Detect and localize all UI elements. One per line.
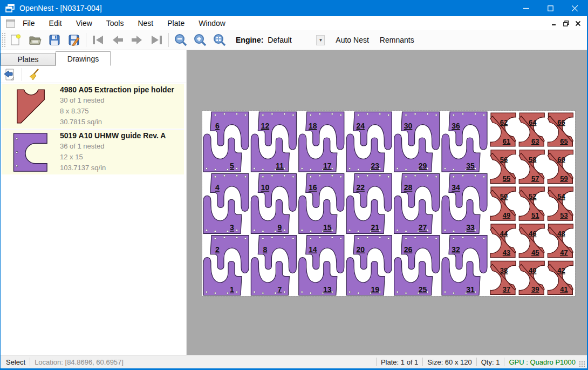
auto-nest-button[interactable]: Auto Nest bbox=[330, 36, 374, 44]
menu-nest[interactable]: Nest bbox=[131, 17, 160, 30]
new-button[interactable] bbox=[6, 31, 25, 49]
menu-window[interactable]: Window bbox=[192, 17, 232, 30]
pilot-hole bbox=[331, 167, 333, 169]
pilot-hole bbox=[227, 292, 228, 294]
drawing-item-uhmw-guide[interactable]: 5019 A10 UHMW guide Rev. A 36 of 1 neste… bbox=[2, 130, 184, 174]
previous-plate-button[interactable] bbox=[108, 31, 127, 49]
toolbar-separator bbox=[168, 33, 169, 47]
part-number: 29 bbox=[419, 162, 427, 170]
tab-drawings[interactable]: Drawings bbox=[56, 51, 111, 66]
child-restore-button[interactable] bbox=[560, 18, 572, 29]
child-minimize-button[interactable] bbox=[548, 18, 560, 29]
part-number: 49 bbox=[503, 211, 510, 219]
pilot-hole bbox=[462, 175, 463, 177]
pilot-hole bbox=[206, 167, 207, 169]
pilot-hole bbox=[284, 230, 285, 231]
menu-bar: File Edit View Tools Nest Plate Window bbox=[1, 16, 587, 30]
pilot-hole bbox=[262, 292, 264, 294]
child-close-button[interactable] bbox=[572, 18, 584, 29]
maximize-button[interactable] bbox=[538, 0, 563, 16]
pilot-hole bbox=[367, 113, 368, 115]
close-button[interactable] bbox=[563, 0, 587, 16]
pilot-hole bbox=[388, 114, 389, 116]
status-gpu: GPU : Quadro P1000 bbox=[509, 358, 576, 366]
menu-edit[interactable]: Edit bbox=[43, 17, 69, 30]
open-button[interactable] bbox=[25, 31, 45, 49]
pilot-hole bbox=[453, 176, 454, 178]
clean-drawings-button[interactable] bbox=[25, 66, 43, 83]
plate-sheet[interactable]: 6512111817242330293635431091615222128273… bbox=[202, 111, 575, 296]
menu-plate[interactable]: Plate bbox=[161, 17, 191, 30]
pilot-hole bbox=[262, 114, 264, 116]
pilot-hole bbox=[310, 114, 311, 116]
main-toolbar: Engine: Default ▼ Auto Nest Remnants bbox=[1, 30, 587, 50]
toolbar-separator bbox=[86, 33, 86, 47]
minimize-button[interactable] bbox=[514, 0, 538, 16]
menu-tools[interactable]: Tools bbox=[100, 17, 131, 30]
pilot-hole bbox=[474, 230, 476, 231]
tab-plates[interactable]: Plates bbox=[1, 53, 56, 66]
pilot-hole bbox=[214, 114, 216, 116]
pilot-hole bbox=[236, 291, 237, 293]
pilot-hole bbox=[453, 231, 454, 232]
part-number: 50 bbox=[500, 192, 508, 200]
drawing-nested-count: 36 of 1 nested bbox=[60, 141, 184, 152]
part-thumbnail-purple bbox=[2, 132, 60, 173]
pilot-hole bbox=[262, 238, 264, 239]
pilot-hole bbox=[254, 167, 255, 169]
pilot-hole bbox=[301, 291, 303, 293]
pilot-hole bbox=[483, 238, 484, 239]
pilot-hole bbox=[319, 113, 320, 115]
save-as-button[interactable] bbox=[64, 31, 84, 49]
toolbar-grip[interactable] bbox=[2, 32, 6, 48]
part-number: 65 bbox=[560, 137, 568, 145]
first-plate-button[interactable] bbox=[88, 31, 108, 49]
engine-select[interactable]: Default ▼ bbox=[268, 35, 325, 45]
part-number: 53 bbox=[560, 211, 568, 219]
pilot-hole bbox=[223, 175, 225, 177]
part-number: 63 bbox=[531, 137, 539, 145]
drawing-item-extraction-pipe-holder[interactable]: 4980 A05 Extraction pipe holder 30 of 1 … bbox=[2, 84, 184, 129]
zoom-in-button[interactable] bbox=[190, 31, 210, 49]
part-number: 9 bbox=[278, 223, 282, 232]
pilot-hole bbox=[474, 237, 476, 238]
pilot-hole bbox=[310, 176, 311, 178]
pilot-hole bbox=[340, 114, 341, 116]
zoom-extents-button[interactable] bbox=[210, 31, 229, 49]
sidebar-tabs: Plates Drawings bbox=[1, 51, 186, 66]
part-number: 6 bbox=[215, 122, 220, 130]
next-plate-button[interactable] bbox=[127, 31, 147, 49]
save-button[interactable] bbox=[45, 31, 64, 49]
remnants-button[interactable]: Remnants bbox=[374, 36, 420, 44]
zoom-out-button[interactable] bbox=[171, 31, 190, 49]
pilot-hole bbox=[292, 114, 294, 116]
menu-file[interactable]: File bbox=[16, 17, 42, 30]
part-number: 3 bbox=[230, 223, 234, 232]
part-number: 11 bbox=[276, 162, 284, 170]
pilot-hole bbox=[236, 230, 237, 231]
part-number: 64 bbox=[529, 118, 537, 126]
document-window-icon[interactable] bbox=[6, 19, 15, 28]
pilot-hole bbox=[358, 292, 359, 294]
pilot-hole bbox=[284, 291, 285, 293]
pilot-hole bbox=[396, 167, 398, 169]
nest-canvas[interactable]: 6512111817242330293635431091615222128273… bbox=[187, 50, 587, 356]
pilot-hole bbox=[227, 169, 228, 170]
drawing-title: 4980 A05 Extraction pipe holder bbox=[60, 85, 184, 94]
pilot-hole bbox=[358, 169, 359, 170]
import-drawing-button[interactable] bbox=[1, 66, 19, 83]
menu-view[interactable]: View bbox=[70, 17, 99, 30]
resize-grip[interactable] bbox=[579, 361, 585, 367]
pilot-hole bbox=[271, 175, 273, 177]
chevron-down-icon[interactable]: ▼ bbox=[316, 35, 325, 45]
part-number: 7 bbox=[278, 285, 282, 294]
pilot-hole bbox=[349, 291, 351, 293]
pilot-hole bbox=[301, 167, 303, 169]
pilot-hole bbox=[427, 175, 428, 177]
part-number: 58 bbox=[529, 156, 536, 164]
pilot-hole bbox=[435, 176, 437, 178]
status-mode: Select bbox=[6, 358, 25, 366]
last-plate-button[interactable] bbox=[147, 31, 166, 49]
pilot-hole bbox=[223, 113, 225, 115]
part-number: 10 bbox=[261, 183, 270, 192]
